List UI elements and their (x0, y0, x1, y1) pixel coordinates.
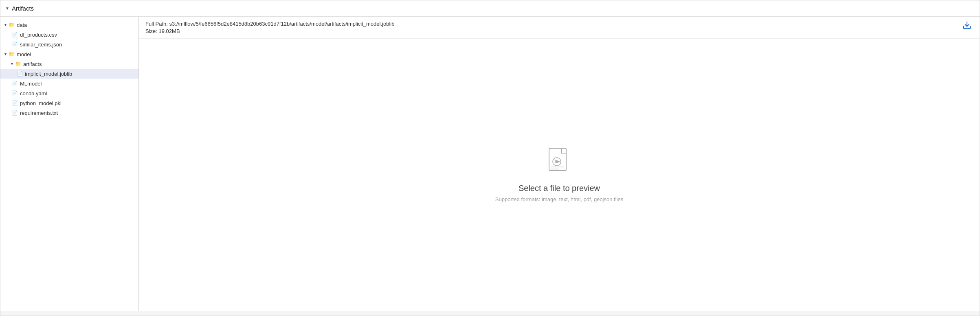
tree-item-implicit-model[interactable]: 📄 implicit_model.joblib (0, 69, 138, 79)
tree-item-df-products[interactable]: 📄 df_products.csv (0, 30, 138, 40)
tree-label-requirements: requirements.txt (20, 110, 58, 116)
artifacts-title: Artifacts (12, 5, 34, 12)
file-implicit-model-icon: 📄 (17, 71, 23, 77)
tree-label-mlmodel: MLmodel (20, 81, 42, 87)
chevron-artifacts-folder-icon: ▼ (10, 62, 14, 66)
full-path-value: s3://mlflow/5/fe6656f5d2e8415d8b20b63c91… (169, 21, 395, 27)
artifacts-panel: ▼ Artifacts ▼ 📁 data 📄 df_products.csv (0, 0, 980, 316)
file-info-bar: Full Path: s3://mlflow/5/fe6656f5d2e8415… (139, 17, 980, 39)
tree-item-requirements[interactable]: 📄 requirements.txt (0, 108, 138, 118)
tree-label-artifacts: artifacts (23, 61, 42, 67)
svg-marker-3 (556, 160, 560, 163)
preview-panel: Full Path: s3://mlflow/5/fe6656f5d2e8415… (139, 17, 980, 311)
download-button[interactable] (962, 21, 971, 32)
file-tree: ▼ 📁 data 📄 df_products.csv 📄 similar_ite… (0, 17, 138, 121)
tree-item-python-model[interactable]: 📄 python_model.pkl (0, 98, 138, 108)
tree-item-data-folder[interactable]: ▼ 📁 data (0, 20, 138, 30)
tree-item-model-folder[interactable]: ▼ 📁 model (0, 49, 138, 59)
full-path-line: Full Path: s3://mlflow/5/fe6656f5d2e8415… (145, 21, 973, 27)
tree-label-similar-items: similar_items.json (20, 42, 62, 48)
file-size-line: Size: 19.02MB (145, 28, 973, 34)
collapse-icon[interactable]: ▼ (5, 6, 9, 11)
folder-model-icon: 📁 (9, 51, 15, 57)
file-conda-yaml-icon: 📄 (12, 90, 18, 96)
tree-label-model: model (17, 51, 31, 57)
preview-file-icon (547, 147, 571, 177)
tree-item-conda-yaml[interactable]: 📄 conda.yaml (0, 88, 138, 98)
file-df-products-icon: 📄 (12, 32, 18, 37)
folder-data-icon: 📁 (9, 22, 15, 28)
chevron-model-folder-icon: ▼ (4, 52, 7, 56)
file-size-label: Size: (145, 28, 157, 34)
file-size-value: 19.02MB (159, 28, 180, 34)
tree-item-similar-items[interactable]: 📄 similar_items.json (0, 40, 138, 49)
bottom-scrollbar[interactable] (0, 311, 980, 316)
tree-label-python-model: python_model.pkl (20, 100, 62, 106)
file-mlmodel-icon: 📄 (12, 81, 18, 86)
main-content: ▼ 📁 data 📄 df_products.csv 📄 similar_ite… (0, 17, 980, 311)
tree-label-df-products: df_products.csv (20, 32, 57, 38)
file-python-model-icon: 📄 (12, 100, 18, 106)
chevron-data-folder-icon: ▼ (4, 23, 7, 27)
tree-label-implicit-model: implicit_model.joblib (25, 71, 72, 77)
file-similar-items-icon: 📄 (12, 42, 18, 47)
file-tree-panel[interactable]: ▼ 📁 data 📄 df_products.csv 📄 similar_ite… (0, 17, 139, 311)
preview-title: Select a file to preview (519, 184, 600, 193)
tree-label-data: data (17, 22, 27, 28)
artifacts-header: ▼ Artifacts (0, 0, 980, 17)
preview-subtitle: Supported formats: image, text, html, pd… (495, 196, 623, 202)
full-path-label: Full Path: (145, 21, 168, 27)
tree-label-conda-yaml: conda.yaml (20, 90, 47, 97)
file-requirements-icon: 📄 (12, 110, 18, 116)
tree-item-mlmodel[interactable]: 📄 MLmodel (0, 79, 138, 88)
tree-item-artifacts-folder[interactable]: ▼ 📁 artifacts (0, 59, 138, 69)
folder-artifacts-icon: 📁 (15, 61, 21, 67)
preview-area: Select a file to preview Supported forma… (139, 39, 980, 311)
